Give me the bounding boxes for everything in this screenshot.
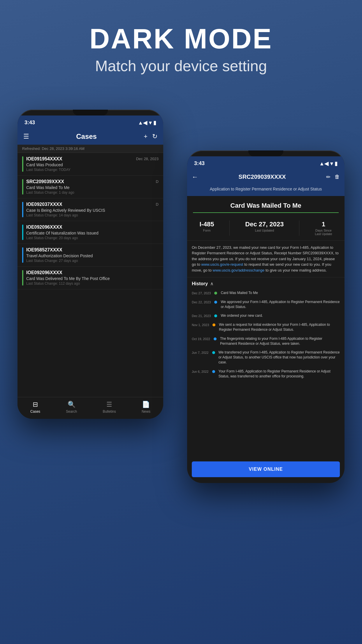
menu-icon[interactable]: ☰: [23, 133, 29, 140]
status-icons-left: ▲◀ ▾ ▮: [138, 120, 156, 126]
stat-date-value: Dec 27, 2023: [245, 220, 284, 228]
description-text: On December 27, 2023, we mailed your new…: [187, 241, 345, 278]
case-indicator: [22, 270, 23, 286]
link-e-request[interactable]: www.uscis.gov/e-request: [201, 262, 243, 267]
history-dot: [212, 323, 215, 326]
right-phone-inner: 3:43 ▲◀ ▾ ▮ ← SRC209039XXXX ✏ 🗑 Applicat…: [187, 150, 345, 483]
refresh-icon[interactable]: ↻: [152, 133, 157, 140]
case-last-update: Last Status Change: 112 days ago: [26, 281, 159, 286]
nav-label-news: News: [142, 410, 150, 414]
case-number: IOE092096XXXX: [26, 225, 62, 230]
nav-label-cases: Cases: [30, 410, 40, 414]
notch-left: [73, 110, 108, 116]
case-indicator: [22, 225, 23, 240]
case-indicator: [22, 202, 23, 217]
nav-label-search: Search: [66, 410, 77, 414]
case-header-row: IOE092096XXXX: [26, 225, 159, 230]
case-last-update: Last Status Change: 1 day ago: [26, 190, 159, 195]
case-number: IOE958527XXXX: [26, 247, 62, 253]
main-subtitle: Match your device setting: [0, 57, 362, 75]
history-date: Dec 27, 2023: [192, 290, 211, 295]
nav-icon-cases: ⊟: [33, 401, 38, 408]
time-left: 3:43: [24, 120, 35, 126]
status-bar-right: 3:43 ▲◀ ▾ ▮: [187, 156, 345, 169]
history-date: Dec 22, 2023: [192, 300, 211, 304]
case-item[interactable]: IOE958527XXXX Travel Authorization Decis…: [17, 244, 163, 267]
case-status: Card Was Mailed To Me: [26, 185, 159, 190]
stat-days-label: Days Since Last Update: [315, 229, 332, 236]
time-right: 3:43: [194, 160, 205, 167]
case-date: Dec 28, 2023: [136, 157, 159, 161]
nav-item-cases[interactable]: ⊟ Cases: [30, 401, 40, 414]
stat-date: Dec 27, 2023 Last Updated: [245, 220, 284, 236]
nav-icon-search: 🔍: [68, 401, 75, 408]
history-title: History: [192, 281, 208, 286]
stat-form-label: Form: [199, 229, 214, 232]
stat-divider-1: [229, 220, 230, 236]
case-last-update: Last Status Change: 14 days ago: [26, 213, 159, 217]
case-item[interactable]: IOE092037XXXX D Case Is Being Actively R…: [17, 198, 163, 221]
history-header: History ∧: [192, 281, 340, 286]
cases-header: ☰ Cases + ↻: [17, 128, 163, 145]
detail-header: ← SRC209039XXXX ✏ 🗑: [187, 169, 345, 185]
status-icons-right: ▲◀ ▾ ▮: [319, 160, 338, 167]
stat-date-label: Last Updated: [245, 229, 284, 232]
history-collapse-icon[interactable]: ∧: [210, 281, 214, 286]
history-item: Jun 7, 2022 We transferred your Form I-4…: [192, 350, 340, 365]
nav-icon-bulletins: ☰: [106, 401, 112, 408]
case-number: SRC209039XXXX: [26, 179, 64, 184]
notch-right: [248, 150, 283, 156]
case-header-row: IOE092096XXXX: [26, 270, 159, 275]
history-item: Oct 19, 2022 The fingerprints relating t…: [192, 336, 340, 346]
history-item: Dec 22, 2023 We approved your Form I-485…: [192, 300, 340, 309]
case-status: Card Was Produced: [26, 162, 159, 167]
refresh-text: Refreshed: Dec 28, 2023 3:39:16 AM: [22, 146, 85, 151]
case-content: IOE091954XXXX Dec 28, 2023 Card Was Prod…: [26, 156, 159, 172]
case-status: Certificate Of Naturalization Was Issued: [26, 231, 159, 235]
wifi-icon: ▾: [149, 120, 152, 126]
phones-container: 3:43 ▲◀ ▾ ▮ ☰ Cases + ↻ Refreshed: Dec 2…: [0, 92, 362, 559]
nav-item-search[interactable]: 🔍 Search: [66, 401, 77, 414]
history-date: Nov 1, 2023: [192, 322, 209, 327]
history-dot: [214, 337, 217, 340]
case-indicator: [22, 247, 23, 263]
back-icon[interactable]: ←: [192, 173, 198, 181]
nav-icon-news: 📄: [142, 401, 150, 408]
battery-icon: ▮: [153, 120, 156, 126]
wifi-icon-r: ▾: [330, 160, 333, 167]
edit-icon[interactable]: ✏: [326, 174, 331, 180]
nav-item-bulletins[interactable]: ☰ Bulletins: [103, 401, 116, 414]
history-item: Dec 21, 2023 We ordered your new card.: [192, 313, 340, 318]
case-detail-title: SRC209039XXXX: [198, 174, 326, 180]
add-case-icon[interactable]: +: [144, 133, 147, 140]
history-text: The fingerprints relating to your Form I…: [220, 336, 340, 346]
case-item[interactable]: IOE091954XXXX Dec 28, 2023 Card Was Prod…: [17, 153, 163, 176]
signal-icon: ▲◀: [138, 120, 147, 126]
case-item[interactable]: IOE092096XXXX Card Was Delivered To Me B…: [17, 267, 163, 289]
nav-item-news[interactable]: 📄 News: [142, 401, 150, 414]
case-indicator: [22, 179, 23, 195]
main-title: DARK MODE: [0, 23, 362, 54]
history-date: Jun 6, 2022: [192, 369, 209, 374]
history-text: Your Form I-485, Application to Register…: [219, 369, 340, 379]
case-status: Case Is Being Actively Reviewed By USCIS: [26, 208, 159, 213]
delete-icon[interactable]: 🗑: [335, 174, 340, 180]
history-item: Nov 1, 2023 We sent a request for initia…: [192, 322, 340, 332]
detail-actions: ✏ 🗑: [326, 174, 340, 180]
case-content: SRC209039XXXX D Card Was Mailed To Me La…: [26, 179, 159, 195]
case-header-row: IOE092037XXXX D: [26, 202, 159, 207]
history-dot: [214, 292, 217, 295]
view-online-button[interactable]: VIEW ONLINE: [192, 461, 340, 477]
left-phone-inner: 3:43 ▲◀ ▾ ▮ ☰ Cases + ↻ Refreshed: Dec 2…: [17, 110, 163, 419]
link-address-change[interactable]: www.uscis.gov/addresschange: [213, 268, 265, 272]
case-content: IOE958527XXXX Travel Authorization Decis…: [26, 247, 159, 263]
case-item[interactable]: SRC209039XXXX D Card Was Mailed To Me La…: [17, 176, 163, 198]
case-content: IOE092096XXXX Certificate Of Naturalizat…: [26, 225, 159, 240]
header-actions: + ↻: [144, 133, 157, 140]
cases-title: Cases: [76, 132, 97, 141]
case-item[interactable]: IOE092096XXXX Certificate Of Naturalizat…: [17, 221, 163, 244]
history-dot: [212, 351, 215, 354]
history-date: Dec 21, 2023: [192, 313, 211, 318]
case-header-row: SRC209039XXXX D: [26, 179, 159, 184]
case-last-update: Last Status Change: TODAY: [26, 168, 159, 172]
